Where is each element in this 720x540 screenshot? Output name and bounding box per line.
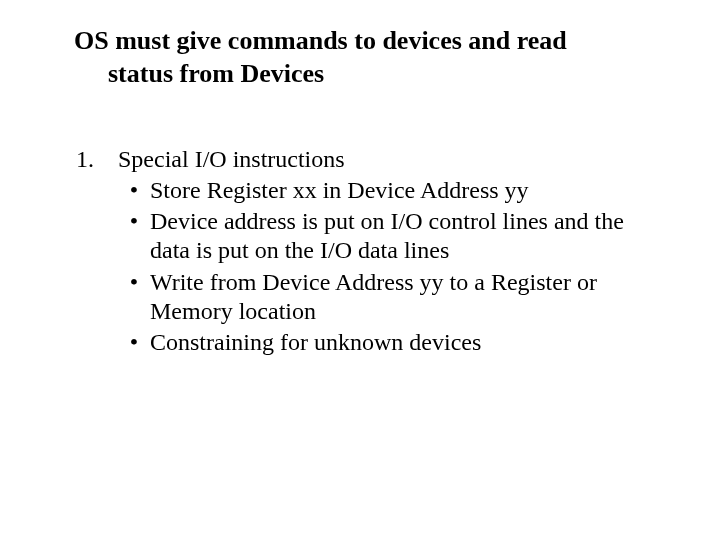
list-item-text: Device address is put on I/O control lin… bbox=[150, 207, 660, 266]
bullet-icon: • bbox=[118, 268, 150, 327]
list-item-text: Constraining for unknown devices bbox=[150, 328, 660, 357]
title-line-2: status from Devices bbox=[74, 57, 660, 90]
list-item-text: Write from Device Address yy to a Regist… bbox=[150, 268, 660, 327]
bullet-icon: • bbox=[118, 207, 150, 266]
numbered-item-text: Special I/O instructions bbox=[118, 145, 660, 174]
title-line-1: OS must give commands to devices and rea… bbox=[74, 26, 567, 55]
list-item: • Write from Device Address yy to a Regi… bbox=[118, 268, 660, 327]
slide-title: OS must give commands to devices and rea… bbox=[70, 24, 660, 91]
bullet-list: • Store Register xx in Device Address yy… bbox=[70, 176, 660, 358]
list-item: • Device address is put on I/O control l… bbox=[118, 207, 660, 266]
slide-body: 1. Special I/O instructions • Store Regi… bbox=[70, 145, 660, 358]
number-marker: 1. bbox=[70, 145, 118, 174]
slide: OS must give commands to devices and rea… bbox=[0, 0, 720, 540]
numbered-item: 1. Special I/O instructions bbox=[70, 145, 660, 174]
list-item: • Store Register xx in Device Address yy bbox=[118, 176, 660, 205]
bullet-icon: • bbox=[118, 176, 150, 205]
list-item-text: Store Register xx in Device Address yy bbox=[150, 176, 660, 205]
bullet-icon: • bbox=[118, 328, 150, 357]
list-item: • Constraining for unknown devices bbox=[118, 328, 660, 357]
